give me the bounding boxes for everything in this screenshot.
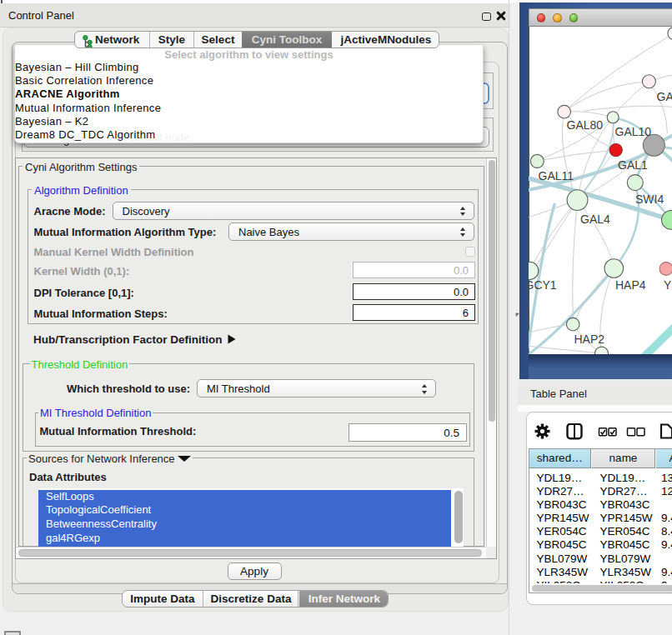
svg-text:GAL1: GAL1 bbox=[618, 158, 648, 172]
svg-text:GAL10: GAL10 bbox=[614, 125, 651, 138]
svg-text:GAL2: GAL2 bbox=[656, 90, 672, 103]
svg-text:GAL4: GAL4 bbox=[580, 212, 610, 226]
svg-text:GCY1: GCY1 bbox=[529, 278, 557, 292]
svg-text:HAP4: HAP4 bbox=[615, 278, 646, 292]
svg-text:Y: Y bbox=[664, 278, 672, 292]
svg-text:GAL80: GAL80 bbox=[566, 118, 603, 132]
svg-text:GAL11: GAL11 bbox=[538, 169, 574, 182]
svg-text:SWI4: SWI4 bbox=[635, 192, 664, 206]
svg-text:HAP2: HAP2 bbox=[574, 332, 604, 346]
